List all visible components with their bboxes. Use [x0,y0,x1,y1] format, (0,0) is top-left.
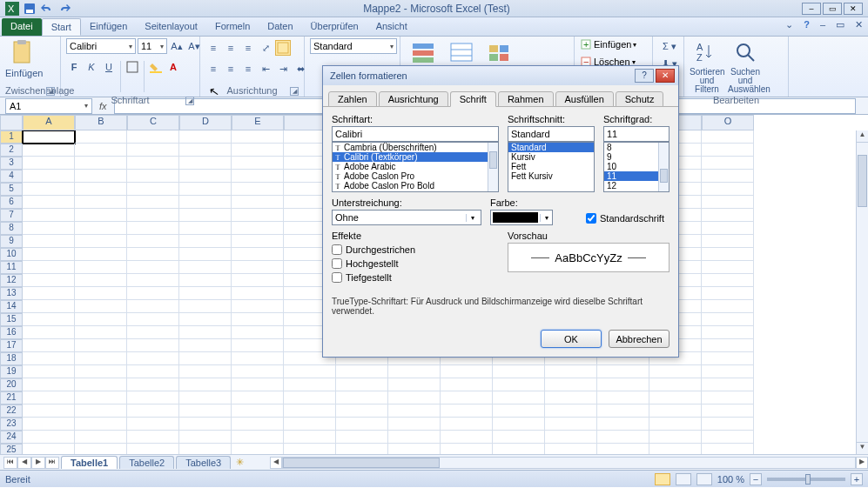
cell[interactable] [179,300,232,313]
row-header[interactable]: 5 [0,183,23,196]
align-bottom-icon[interactable]: ≡ [240,40,256,56]
superscript-checkbox[interactable]: Hochgestellt [332,258,499,269]
column-header[interactable]: O [702,115,754,130]
cell[interactable] [649,391,702,404]
format-table-button[interactable] [444,38,479,68]
cells-insert-button[interactable]: +Einfügen▾ [580,38,636,50]
cell[interactable] [23,183,75,196]
row-header[interactable]: 1 [0,130,23,144]
fill-color-icon[interactable] [148,59,164,75]
cell[interactable] [702,313,754,326]
cell[interactable] [232,444,284,454]
cell[interactable] [179,418,232,431]
cell[interactable] [179,248,232,261]
list-item[interactable]: 𝕋Adobe Caslon Pro Bold [333,181,498,191]
row-header[interactable]: 8 [0,222,23,235]
cell[interactable] [75,391,127,404]
cell[interactable] [649,378,702,391]
cell[interactable] [23,287,75,300]
cell[interactable] [232,235,284,248]
cell[interactable] [388,418,441,431]
cell[interactable] [75,339,127,352]
cell[interactable] [284,378,336,391]
cell[interactable] [388,404,441,418]
cell[interactable] [702,404,754,418]
sheet-nav-prev-icon[interactable]: ◀ [17,457,31,469]
cell[interactable] [179,287,232,300]
cell[interactable] [388,378,441,391]
cell[interactable] [232,391,284,404]
cell[interactable] [232,404,284,418]
standardfont-checkbox[interactable]: Standardschrift [586,213,670,224]
hscroll-left-icon[interactable]: ◀ [270,457,282,469]
cell[interactable] [545,391,597,404]
cell[interactable] [75,418,127,431]
align-top-icon[interactable]: ≡ [205,40,221,56]
dialog-help-button[interactable]: ? [635,69,654,83]
cell[interactable] [649,444,702,454]
cell[interactable] [179,339,232,352]
paste-button[interactable]: Einfügen [5,38,40,78]
cell[interactable] [702,287,754,300]
cell[interactable] [75,431,127,444]
dlg-tab-rahmen[interactable]: Rahmen [498,91,554,107]
cell[interactable] [127,431,179,444]
cell[interactable] [649,431,702,444]
cell[interactable] [75,444,127,454]
cell[interactable] [545,404,597,418]
size-input[interactable]: 11 [603,126,670,142]
dlg-tab-ausfuellen[interactable]: Ausfüllen [555,91,614,107]
cell[interactable] [179,196,232,209]
row-header[interactable]: 13 [0,287,23,300]
zoom-slider-handle[interactable] [805,474,811,485]
cell[interactable] [702,130,754,144]
row-header[interactable]: 16 [0,326,23,339]
cell[interactable] [127,378,179,391]
cell[interactable] [179,261,232,274]
dlg-tab-schutz[interactable]: Schutz [616,91,664,107]
doc-restore-icon[interactable]: ▭ [836,19,844,30]
cell[interactable] [649,404,702,418]
cell[interactable] [75,378,127,391]
cell[interactable] [23,418,75,431]
cell[interactable] [23,157,75,170]
cell[interactable] [127,418,179,431]
cell[interactable] [23,313,75,326]
cell[interactable] [75,274,127,287]
cell[interactable] [127,339,179,352]
cell[interactable] [702,444,754,454]
cell[interactable] [702,144,754,157]
cell[interactable] [493,431,545,444]
cell[interactable] [23,130,75,144]
cell[interactable] [649,365,702,378]
row-header[interactable]: 15 [0,313,23,326]
cell[interactable] [284,444,336,454]
font-listbox[interactable]: 𝕋Cambria (Überschriften)𝕋Calibri (Textkö… [332,142,499,192]
cell[interactable] [23,431,75,444]
cell[interactable] [127,157,179,170]
cell[interactable] [23,300,75,313]
cell[interactable] [232,313,284,326]
dlg-tab-ausrichtung[interactable]: Ausrichtung [379,91,448,107]
cell[interactable] [232,130,284,144]
cell[interactable] [545,378,597,391]
hscroll-right-icon[interactable]: ▶ [856,457,868,469]
cell[interactable] [23,339,75,352]
cell[interactable] [597,365,649,378]
cell[interactable] [493,378,545,391]
dlg-tab-schrift[interactable]: Schrift [450,91,496,107]
cell[interactable] [179,209,232,222]
vscroll-thumb[interactable] [858,155,867,207]
list-item[interactable]: 𝕋Calibri (Textkörper) [333,152,498,162]
cell[interactable] [75,209,127,222]
cell[interactable] [232,183,284,196]
cell[interactable] [75,183,127,196]
align-right-icon[interactable]: ≡ [240,61,256,77]
size-listbox[interactable]: 8910111214 [603,142,670,192]
wrap-text-icon[interactable] [275,40,291,56]
cell[interactable] [23,404,75,418]
cell[interactable] [232,196,284,209]
close-button[interactable]: ✕ [844,3,863,15]
cell[interactable] [702,248,754,261]
cell[interactable] [179,170,232,183]
